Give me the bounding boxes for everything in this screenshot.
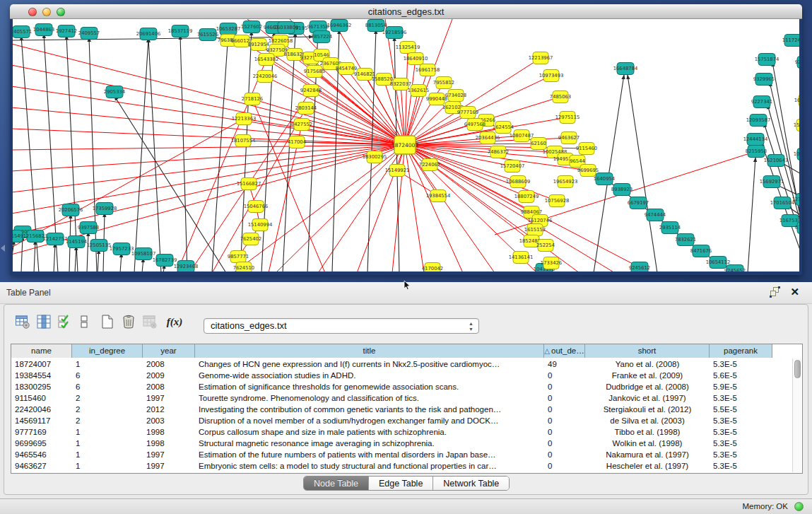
memory-status-indicator[interactable]: [794, 502, 804, 511]
table-cell: Jankovic et al. (1997): [585, 392, 710, 404]
column-header-title[interactable]: title: [195, 344, 544, 358]
graph-node-label: 1167533: [779, 218, 799, 223]
column-header-short[interactable]: short: [585, 344, 710, 358]
graph-edge[interactable]: [13, 145, 405, 192]
table-cell: Corpus callosum shape and size in male p…: [195, 426, 544, 438]
graph-node-label: 9245612: [629, 265, 650, 271]
graph-node-label: 7625402: [240, 236, 261, 242]
graph-node-label: 1927412: [56, 28, 77, 34]
table-options-icon[interactable]: [14, 313, 31, 330]
table-scrollbar-thumb[interactable]: [794, 360, 801, 378]
graph-node-label: 7832621: [675, 237, 696, 243]
graph-edge[interactable]: [13, 119, 244, 247]
table-scrollbar[interactable]: [792, 358, 801, 472]
table-cell: 5.3E-5: [710, 438, 772, 449]
delete-column-icon[interactable]: [120, 313, 137, 330]
graph-node-label: 8471676: [690, 248, 712, 254]
graph-edge[interactable]: [311, 90, 405, 145]
new-column-icon[interactable]: [99, 313, 116, 330]
close-panel-icon[interactable]: ✕: [790, 287, 799, 297]
network-canvas[interactable]: 2405571104486319274122409557206914061853…: [13, 19, 799, 271]
table-row[interactable]: 1456911722003Disruption of a novel membe…: [11, 415, 802, 426]
graph-edge[interactable]: [748, 158, 755, 271]
graph-edge[interactable]: [212, 108, 306, 271]
graph-node-label: 16648784: [613, 66, 638, 71]
graph-node-label: 2405571: [13, 29, 32, 35]
graph-edge[interactable]: [75, 246, 76, 271]
node-table: namein_degreeyeartitle△out_de…shortpager…: [11, 344, 803, 474]
table-cell: 0: [544, 449, 585, 460]
tab-network-table[interactable]: Network Table: [433, 477, 509, 490]
graph-edge[interactable]: [87, 232, 88, 271]
table-row[interactable]: 946362711997Embryonic stem cells: a mode…: [11, 460, 802, 472]
table-row[interactable]: 2242004622012Investigating the contribut…: [11, 404, 802, 415]
graph-node-label: 9115460: [576, 146, 597, 151]
column-header-in_degree[interactable]: in_degree: [72, 344, 143, 358]
graph-edge[interactable]: [318, 145, 405, 271]
tab-edge-table[interactable]: Edge Table: [369, 477, 433, 490]
graph-node-label: 12975115: [555, 115, 580, 120]
table-row[interactable]: 977716911998Corpus callosum shape and si…: [11, 426, 802, 438]
graph-node-label: 9242848: [300, 88, 322, 93]
table-row[interactable]: 946554611997Estimation of the future num…: [11, 449, 802, 460]
float-panel-icon[interactable]: [770, 287, 780, 297]
table-cell: 9463627: [11, 460, 72, 472]
row-check-icon[interactable]: [56, 313, 73, 330]
table-panel-body: f(x) citations_edges.txt ▲▼ namein_degre…: [4, 304, 808, 495]
graph-node-label: 9175685: [304, 69, 325, 74]
tab-node-table[interactable]: Node Table: [304, 477, 369, 490]
table-select-dropdown[interactable]: citations_edges.txt ▲▼: [204, 318, 479, 334]
table-row[interactable]: 911546021997Tourette syndrome. Phenomeno…: [11, 392, 802, 404]
graph-edge[interactable]: [266, 59, 405, 145]
table-cell: Changes of HCN gene expression and I(f) …: [195, 358, 544, 370]
graph-node-label: 1044863: [33, 27, 54, 33]
graph-edge[interactable]: [120, 253, 122, 271]
memory-status-label: Memory: OK: [742, 502, 788, 510]
graph-edge[interactable]: [261, 32, 274, 271]
column-header-out_de[interactable]: △out_de…: [544, 344, 585, 358]
network-window-titlebar[interactable]: citations_edges.txt: [10, 4, 802, 19]
table-cell: 0: [544, 415, 585, 426]
table-cell: 1997: [143, 392, 195, 404]
graph-edge[interactable]: [13, 65, 405, 145]
table-cell: 2: [72, 415, 143, 426]
graph-edge[interactable]: [134, 38, 148, 271]
graph-node-label: 20206576: [59, 207, 83, 213]
graph-edge[interactable]: [13, 240, 14, 271]
function-builder-icon[interactable]: f(x): [164, 313, 185, 330]
graph-node-label: 16439920: [794, 98, 799, 103]
column-header-pagerank[interactable]: pagerank: [710, 344, 772, 358]
graph-node-label: 19218596: [382, 30, 407, 35]
network-view[interactable]: 2405571104486319274122409557206914061853…: [13, 19, 799, 271]
graph-node-label: 15046766: [244, 204, 269, 209]
graph-edge[interactable]: [13, 145, 405, 235]
graph-edge[interactable]: [405, 47, 408, 145]
graph-edge[interactable]: [212, 33, 228, 271]
graph-edge[interactable]: [54, 243, 55, 271]
table-type-tabs: Node TableEdge TableNetwork Table: [303, 476, 510, 491]
column-visibility-icon[interactable]: [35, 313, 52, 330]
rows-icon[interactable]: [76, 313, 93, 330]
column-header-year[interactable]: year: [143, 344, 195, 358]
column-header-name[interactable]: name: [11, 344, 72, 358]
graph-edge[interactable]: [13, 44, 405, 145]
graph-node-label: 7955812: [433, 80, 454, 86]
network-window[interactable]: citations_edges.txt 24055711044863192741…: [10, 4, 802, 275]
table-row[interactable]: 1938455462009Genome-wide association stu…: [11, 370, 802, 381]
graph-node-label: 4170042: [422, 266, 443, 271]
graph-edge[interactable]: [34, 240, 35, 271]
table-cell: 1: [72, 358, 143, 370]
panel-collapse-handle-icon[interactable]: [1, 245, 5, 252]
graph-node-label: 2409557: [78, 30, 100, 36]
graph-edge[interactable]: [98, 250, 99, 271]
table-cell: Disruption of a novel member of a sodium…: [195, 415, 544, 426]
graph-edge[interactable]: [628, 75, 657, 271]
table-cell: 1997: [143, 449, 195, 460]
graph-node-label: 417004: [288, 139, 306, 145]
table-row[interactable]: 1830029562008Estimation of significance …: [11, 381, 802, 392]
table-row[interactable]: 969969511998Structural magnetic resonanc…: [11, 438, 802, 449]
graph-edge[interactable]: [148, 38, 161, 271]
table-row[interactable]: 1872400712008Changes of HCN gene express…: [11, 358, 802, 370]
graph-edge[interactable]: [89, 37, 97, 271]
table-cell: 6: [72, 370, 143, 381]
